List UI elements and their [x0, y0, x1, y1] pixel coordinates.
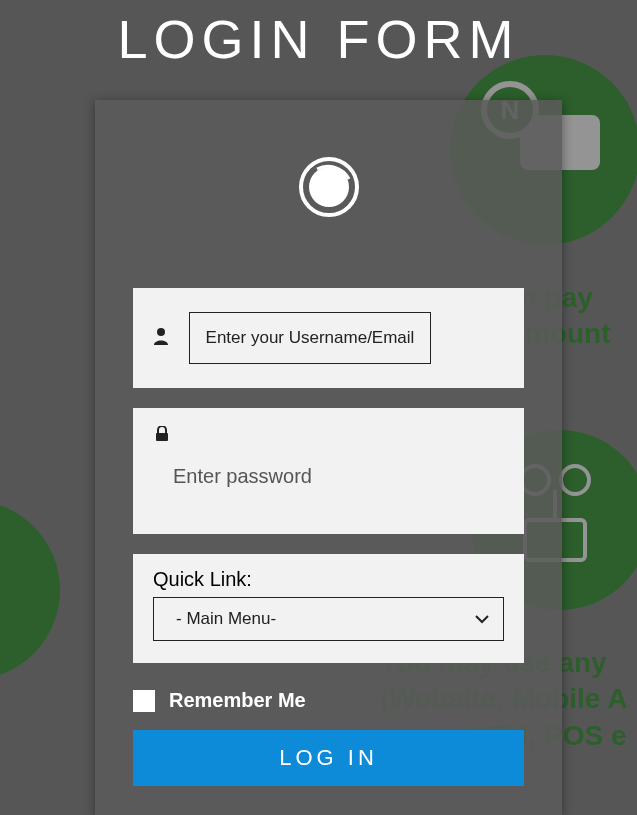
remember-label: Remember Me [169, 689, 306, 712]
password-field-wrap [133, 408, 524, 534]
quick-link-wrap: Quick Link: - Main Menu- [133, 554, 524, 663]
svg-rect-10 [156, 433, 168, 441]
username-input[interactable] [198, 327, 423, 349]
login-card: Quick Link: - Main Menu- Remember Me LOG… [95, 100, 562, 815]
user-icon [133, 327, 189, 350]
svg-point-9 [157, 328, 165, 336]
username-input-box [189, 312, 431, 364]
username-field-wrap [133, 288, 524, 388]
lock-icon [155, 426, 502, 446]
remember-checkbox[interactable] [133, 690, 155, 712]
chevron-down-icon [475, 611, 503, 627]
quick-link-label: Quick Link: [153, 568, 504, 591]
quick-link-select[interactable]: - Main Menu- [153, 597, 504, 641]
remember-row: Remember Me [133, 689, 524, 712]
login-button[interactable]: LOG IN [133, 730, 524, 786]
logo-icon [297, 155, 361, 223]
password-input[interactable] [155, 464, 522, 489]
quick-link-selected: - Main Menu- [154, 609, 475, 629]
page-title: LOGIN FORM [0, 8, 637, 70]
